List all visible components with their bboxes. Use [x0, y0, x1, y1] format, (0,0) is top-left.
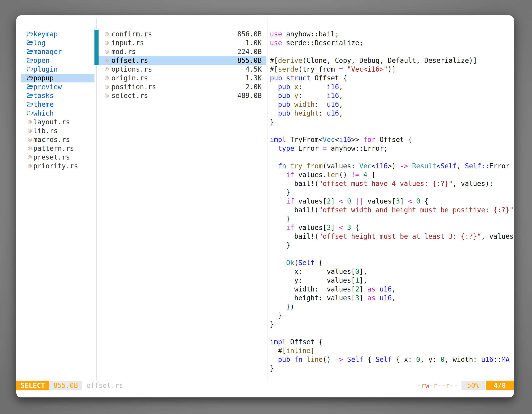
code-token: Error — [489, 162, 510, 170]
code-token — [290, 83, 294, 91]
code-line-32: } — [270, 311, 514, 320]
file-row-mod-rs[interactable]: ®mod.rs224.0B — [95, 47, 266, 56]
code-token: width — [294, 100, 314, 108]
code-token: , — [339, 100, 343, 108]
code-token: 2 — [327, 197, 331, 205]
code-token: u16 — [327, 109, 339, 117]
code-token: Self — [298, 259, 314, 267]
code-token — [270, 109, 278, 117]
sidebar-item-theme[interactable]: theme — [21, 100, 95, 109]
code-line-2 — [270, 47, 514, 56]
code-token: bail!( — [270, 206, 319, 214]
code-token: ] — [359, 294, 367, 302]
code-line-11 — [270, 126, 514, 135]
code-token: pub fn — [278, 356, 302, 364]
sidebar-item-label: plugin — [33, 65, 58, 73]
file-row-content: ®input.rs1.0K — [99, 39, 266, 47]
file-row-options-rs[interactable]: ®options.rs4.5K — [95, 65, 266, 74]
code-token: 4 — [363, 171, 367, 179]
sidebar-item-priority-rs[interactable]: ®priority.rs — [21, 162, 95, 170]
code-token: , — [392, 285, 396, 293]
code-token: } — [270, 215, 290, 223]
file-row-offset-rs[interactable]: ®offset.rs855.0B — [95, 56, 266, 65]
file-row-confirm-rs[interactable]: ®confirm.rs856.0B — [95, 30, 266, 39]
file-name: confirm.rs — [111, 30, 152, 38]
code-token: height — [294, 109, 319, 117]
folder-open-icon — [26, 57, 33, 64]
selection-marker-empty — [95, 91, 99, 100]
file-permissions: -rw-r--r-- — [417, 381, 458, 390]
code-token: : — [315, 100, 327, 108]
code-token: height: values[ — [270, 294, 355, 302]
code-token: width: values[ — [270, 285, 355, 293]
code-line-9: pub height: u16, — [270, 109, 514, 118]
code-token: as — [367, 285, 376, 293]
sidebar-item-open[interactable]: open — [21, 56, 95, 65]
code-token: , — [339, 83, 343, 91]
code-token: (values: — [323, 162, 359, 170]
code-token: } — [270, 241, 290, 249]
permission-char: r — [446, 382, 450, 389]
code-line-36: #[inline] — [270, 346, 514, 355]
sidebar-item-preview[interactable]: preview — [21, 82, 95, 91]
code-token: 3 — [355, 294, 359, 302]
file-size: 489.0B — [237, 92, 262, 100]
file-row-input-rs[interactable]: ®input.rs1.0K — [95, 39, 266, 47]
selection-marker — [95, 47, 99, 56]
folder-open-icon — [26, 75, 33, 82]
sidebar-item-which[interactable]: which — [21, 109, 95, 118]
sidebar-item-layout-rs[interactable]: ®layout.rs — [21, 118, 95, 126]
code-token — [270, 223, 286, 231]
code-token: Error — [294, 144, 323, 152]
sidebar-item-pattern-rs[interactable]: ®pattern.rs — [21, 144, 95, 153]
sidebar-item-macros-rs[interactable]: ®macros.rs — [21, 135, 95, 144]
sidebar-item-manager[interactable]: manager — [21, 47, 95, 56]
sidebar-item-label: manager — [33, 48, 62, 56]
selection-marker-empty — [95, 74, 99, 82]
code-token: = — [339, 65, 343, 73]
file-row-origin-rs[interactable]: ®origin.rs1.3K — [95, 74, 266, 82]
code-token: (Clone, Copy, Debug, Default, Deserializ… — [302, 57, 477, 64]
code-token — [270, 171, 286, 179]
code-token — [270, 259, 286, 267]
code-line-14 — [270, 153, 514, 162]
code-token: if — [286, 197, 294, 205]
code-token: y: values[ — [270, 276, 355, 284]
code-line-6: pub x: i16, — [270, 82, 514, 91]
code-token: u16 — [327, 100, 339, 108]
code-token: { x: — [392, 356, 416, 364]
rust-file-icon: ® — [103, 39, 110, 47]
sidebar-item-label: theme — [33, 100, 54, 108]
code-token — [270, 92, 278, 100]
code-token: 0 — [416, 356, 420, 364]
folder-open-icon — [26, 31, 33, 38]
code-line-7: pub y: i16, — [270, 91, 514, 100]
file-row-position-rs[interactable]: ®position.rs2.0K — [95, 82, 266, 91]
status-bar-right: -rw-r--r-- 50% 4/8 — [417, 381, 514, 390]
code-token — [270, 83, 278, 91]
sidebar-item-lib-rs[interactable]: ®lib.rs — [21, 126, 95, 135]
file-row-content: ®offset.rs855.0B — [99, 56, 266, 65]
file-row-select-rs[interactable]: ®select.rs489.0B — [95, 91, 266, 100]
file-size: 1.0K — [246, 39, 262, 47]
sidebar-item-popup[interactable]: popup — [21, 74, 95, 82]
sidebar-item-keymap[interactable]: keymap — [21, 30, 95, 39]
code-token: 3 — [327, 223, 331, 231]
sidebar-item-tasks[interactable]: tasks — [21, 91, 95, 100]
code-token: len — [327, 171, 339, 179]
code-token — [270, 144, 278, 152]
code-token: :: — [493, 356, 502, 364]
sidebar-item-plugin[interactable]: plugin — [21, 65, 95, 74]
code-token: values[ — [363, 197, 396, 205]
code-token: ] — [331, 197, 339, 205]
permission-char: - — [429, 382, 433, 389]
code-line-34 — [270, 329, 514, 337]
code-token — [302, 356, 306, 364]
code-token: serde — [278, 65, 298, 73]
file-row-content: ®confirm.rs856.0B — [99, 30, 266, 39]
sidebar-item-preset-rs[interactable]: ®preset.rs — [21, 153, 95, 162]
code-line-23: bail!("offset height must be at least 3:… — [270, 232, 514, 241]
code-line-30: height: values[3] as u16, — [270, 294, 514, 302]
rust-file-icon: ® — [103, 57, 110, 64]
sidebar-item-log[interactable]: log — [21, 39, 95, 47]
